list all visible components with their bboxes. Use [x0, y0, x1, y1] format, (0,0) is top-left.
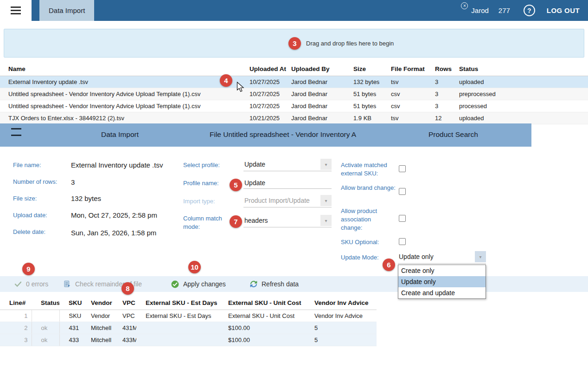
- select-profile-label: Select profile:: [183, 161, 220, 169]
- annotation-badge-8: 8: [121, 282, 134, 295]
- annotation-badge-5: 5: [230, 179, 242, 191]
- refresh-data-button[interactable]: Refresh data: [249, 276, 299, 292]
- size-cell: 51 bytes: [353, 88, 391, 100]
- files-table: Name Uploaded At Uploaded By Size File F…: [0, 62, 588, 124]
- uploaded-by-cell: Jarod Bednar: [291, 76, 353, 88]
- allow-product-association-checkbox[interactable]: [399, 215, 406, 222]
- est-days-cell: External SKU - Est Days: [136, 310, 219, 322]
- col-header-uploaded-by[interactable]: Uploaded By: [291, 62, 353, 76]
- annotation-badge-10: 10: [188, 261, 201, 273]
- status-cell: uploaded: [459, 76, 588, 88]
- col-header-rows[interactable]: Rows: [435, 62, 459, 76]
- size-cell: 132 bytes: [353, 76, 391, 88]
- option-update-only[interactable]: Update only: [398, 276, 486, 287]
- file-row[interactable]: Untitled spreadsheet - Vendor Inventory …: [0, 100, 588, 112]
- rows-cell: 3: [435, 76, 459, 88]
- refresh-data-label: Refresh data: [262, 280, 299, 288]
- uploaded-by-cell: Jarod Bednar: [291, 88, 353, 100]
- preview-row[interactable]: 2 ok 431 Mitchell 431M $100.00 5: [0, 322, 377, 334]
- sku-cell: SKU: [59, 310, 82, 322]
- files-table-header-row: Name Uploaded At Uploaded By Size File F…: [0, 62, 588, 76]
- vendor-cell: Mitchell: [82, 334, 113, 346]
- tab-data-import[interactable]: Data Import: [39, 0, 94, 21]
- apply-check-icon: [171, 280, 179, 289]
- help-icon[interactable]: ?: [524, 5, 535, 16]
- import-type-label: Import type:: [183, 197, 215, 206]
- status-cell: [32, 310, 59, 322]
- vendor-cell: Vendor: [82, 310, 113, 322]
- file-row-selected[interactable]: External Inventory update .tsv 10/27/202…: [0, 76, 588, 88]
- activate-external-sku-label: Activate matched external SKU:: [341, 161, 396, 178]
- status-cell: processed: [459, 100, 588, 112]
- file-row[interactable]: TJX Orders to Enter.xlsx - 38449212 (2).…: [0, 112, 588, 124]
- status-cell: ok: [32, 334, 59, 346]
- column-match-mode-dropdown[interactable]: headers: [243, 214, 332, 227]
- line-cell: 2: [0, 322, 32, 334]
- logout-button[interactable]: LOG OUT: [547, 6, 580, 14]
- file-row[interactable]: Untitled spreadsheet - Vendor Inventory …: [0, 88, 588, 100]
- allow-brand-change-label: Allow brand change:: [341, 184, 396, 192]
- col-header-size[interactable]: Size: [353, 62, 391, 76]
- preview-row[interactable]: 3 ok 433 Mitchell 433M $100.00 5: [0, 334, 377, 346]
- vpc-cell: 431M: [113, 322, 136, 334]
- hamburger-icon: [11, 10, 21, 11]
- uploaded-at-cell: 10/21/2025: [249, 112, 291, 124]
- vpc-cell: VPC: [113, 310, 136, 322]
- option-create-only[interactable]: Create only: [398, 265, 486, 276]
- allow-brand-change-checkbox[interactable]: [399, 188, 406, 195]
- sku-cell: 431: [59, 322, 82, 334]
- secondary-nav-bar: Data Import File Untitled spreadsheet - …: [0, 123, 531, 147]
- sku-optional-label: SKU Optional:: [341, 238, 379, 246]
- check-icon: [14, 280, 22, 288]
- format-cell: tsv: [391, 112, 435, 124]
- notification-count: 277: [499, 6, 510, 14]
- actions-toolbar: 0 errors Check remainder of file Apply c…: [0, 276, 588, 292]
- errors-indicator[interactable]: 0 errors: [14, 276, 48, 292]
- select-profile-value: Update: [244, 161, 320, 168]
- nav-product-search[interactable]: Product Search: [428, 130, 478, 139]
- col-header-name[interactable]: Name: [0, 62, 249, 76]
- col-header-status[interactable]: Status: [459, 62, 588, 76]
- uploaded-by-cell: Jarod Bednar: [291, 112, 353, 124]
- format-cell: tsv: [391, 76, 435, 88]
- size-cell: 51 bytes: [353, 100, 391, 112]
- uploaded-at-cell: 10/27/2025: [249, 76, 291, 88]
- chevron-down-icon: [475, 251, 486, 262]
- activate-external-sku-checkbox[interactable]: [399, 165, 406, 172]
- dismiss-notification-icon[interactable]: [461, 2, 468, 9]
- update-mode-dropdown[interactable]: Update only: [398, 250, 486, 264]
- col-header-sku: SKU: [59, 296, 82, 310]
- apply-changes-button[interactable]: Apply changes: [171, 276, 226, 292]
- chevron-down-icon: [320, 195, 332, 206]
- sku-optional-checkbox[interactable]: [399, 238, 406, 245]
- rows-cell: 3: [435, 100, 459, 112]
- col-header-unit-cost: External SKU - Unit Cost: [219, 296, 305, 310]
- file-check-icon: [63, 280, 71, 288]
- format-cell: csv: [391, 100, 435, 112]
- file-name-cell: Untitled spreadsheet - Vendor Inventory …: [0, 88, 249, 100]
- number-of-rows-value: 3: [71, 177, 75, 188]
- file-size-label: File size:: [13, 194, 37, 203]
- nav-data-import[interactable]: Data Import: [101, 130, 139, 139]
- est-days-cell: [136, 322, 219, 334]
- format-cell: csv: [391, 88, 435, 100]
- annotation-badge-6: 6: [383, 259, 395, 271]
- select-profile-dropdown[interactable]: Update: [243, 158, 332, 171]
- option-create-and-update[interactable]: Create and update: [398, 287, 486, 298]
- profile-name-input[interactable]: Update: [243, 176, 332, 189]
- unit-cost-cell: $100.00: [219, 322, 305, 334]
- inv-advice-cell: Vendor Inv Advice: [305, 310, 377, 322]
- main-menu-button[interactable]: [0, 0, 32, 21]
- uploaded-by-cell: Jarod Bednar: [291, 100, 353, 112]
- status-cell: preprocessed: [459, 88, 588, 100]
- col-header-inv-advice: Vendor Inv Advice: [305, 296, 377, 310]
- preview-row[interactable]: 1 SKU Vendor VPC External SKU - Est Days…: [0, 310, 377, 322]
- file-name-cell: TJX Orders to Enter.xlsx - 38449212 (2).…: [0, 112, 249, 124]
- col-header-file-format[interactable]: File Format: [391, 62, 435, 76]
- refresh-icon: [249, 280, 258, 288]
- apply-changes-label: Apply changes: [183, 280, 226, 288]
- delete-date-value: Sun, Jan 25, 2026, 1:58 pm: [71, 227, 180, 238]
- vendor-cell: Mitchell: [82, 322, 113, 334]
- col-header-uploaded-at[interactable]: Uploaded At: [249, 62, 291, 76]
- nav-file-breadcrumb[interactable]: File Untitled spreadsheet - Vendor Inven…: [210, 130, 356, 139]
